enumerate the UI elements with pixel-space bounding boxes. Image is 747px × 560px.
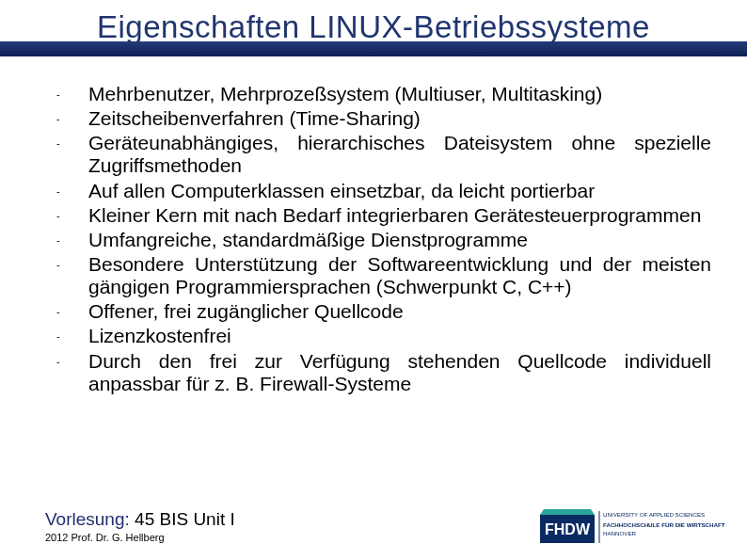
lecture-value: 45 BIS Unit I	[135, 509, 235, 529]
list-item: Zeitscheibenverfahren (Time-Sharing)	[45, 107, 711, 130]
slide: Eigenschaften LINUX-Betriebssysteme Mehr…	[0, 0, 747, 560]
logo-abbr: FHDW	[545, 521, 591, 537]
list-item: Kleiner Kern mit nach Bedarf integrierba…	[45, 204, 711, 227]
list-item: Auf allen Computerklassen einsetzbar, da…	[45, 180, 711, 202]
svg-marker-1	[540, 509, 595, 515]
list-item: Besondere Unterstützung der Softwareentw…	[45, 253, 711, 298]
logo-svg-icon: FHDW UNIVERSITY OF APPLIED SCIENCES FACH…	[540, 502, 728, 545]
fhdw-logo: FHDW UNIVERSITY OF APPLIED SCIENCES FACH…	[540, 502, 728, 545]
list-item: Geräteunabhängiges, hierarchisches Datei…	[45, 132, 711, 177]
logo-line1: UNIVERSITY OF APPLIED SCIENCES	[603, 511, 705, 518]
list-item: Durch den frei zur Verfügung stehenden Q…	[45, 350, 711, 395]
content-area: Mehrbenutzer, Mehrprozeßsystem (Multiuse…	[45, 83, 711, 397]
list-item: Offener, frei zugänglicher Quellcode	[45, 300, 711, 323]
list-item: Mehrbenutzer, Mehrprozeßsystem (Multiuse…	[45, 83, 711, 105]
slide-title: Eigenschaften LINUX-Betriebssysteme	[0, 9, 747, 45]
list-item: Umfangreiche, standardmäßige Dienstprogr…	[45, 229, 711, 251]
list-item: Lizenzkostenfrei	[45, 325, 711, 347]
logo-line2: FACHHOCHSCHULE FÜR DIE WIRTSCHAFT	[603, 521, 725, 528]
logo-line3: HANNOVER	[603, 530, 637, 536]
lecture-label: Vorlesung:	[45, 509, 130, 529]
bullet-list: Mehrbenutzer, Mehrprozeßsystem (Multiuse…	[45, 83, 711, 395]
